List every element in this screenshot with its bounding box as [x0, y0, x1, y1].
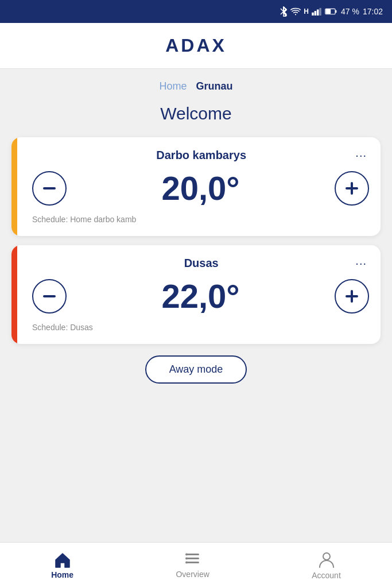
welcome-title: Welcome — [11, 104, 381, 123]
decrease-temp-darbo[interactable] — [32, 171, 67, 206]
svg-rect-7 — [326, 9, 331, 14]
card-accent-darbo — [11, 137, 17, 236]
decrease-temp-dusas[interactable] — [32, 279, 67, 314]
signal-icon — [312, 7, 322, 16]
card-controls-darbo: 20,0° — [32, 169, 369, 207]
nav-label-overview: Overview — [176, 570, 209, 579]
more-options-darbo[interactable]: ··· — [353, 149, 369, 162]
device-name-dusas: Dusas — [49, 257, 353, 270]
battery-icon — [325, 8, 337, 15]
svg-rect-13 — [351, 290, 353, 303]
increase-temp-darbo[interactable] — [335, 171, 369, 206]
nav-label-home: Home — [51, 570, 73, 579]
svg-rect-16 — [187, 562, 199, 563]
schedule-darbo: Schedule: Home darbo kamb — [32, 215, 136, 224]
temperature-darbo: 20,0° — [161, 169, 239, 207]
clock: 17:02 — [363, 7, 383, 16]
breadcrumb-home[interactable]: Home — [159, 80, 187, 92]
svg-point-19 — [185, 561, 188, 563]
increase-temp-dusas[interactable] — [335, 279, 369, 314]
card-controls-dusas: 22,0° — [32, 277, 369, 315]
away-mode-button[interactable]: Away mode — [145, 355, 247, 384]
nav-label-account: Account — [312, 571, 341, 580]
card-header-dusas: Dusas ··· — [32, 257, 369, 270]
network-type: H — [304, 7, 309, 16]
device-card-darbo: Darbo kambarys ··· 20,0° Schedule: Home … — [11, 137, 381, 236]
svg-point-17 — [185, 553, 188, 555]
svg-rect-15 — [187, 558, 199, 559]
app-header: ADAX — [0, 23, 392, 69]
temperature-dusas: 22,0° — [161, 277, 239, 315]
bluetooth-icon — [280, 6, 288, 17]
nav-item-home[interactable]: Home — [40, 547, 85, 584]
overview-icon — [184, 552, 201, 567]
battery-percent: 47 % — [341, 7, 359, 16]
wifi-icon — [290, 7, 301, 16]
svg-point-18 — [185, 557, 188, 559]
svg-rect-10 — [351, 182, 353, 195]
svg-rect-1 — [312, 13, 314, 16]
device-name-darbo: Darbo kambarys — [49, 149, 353, 162]
svg-point-20 — [323, 553, 330, 560]
svg-rect-6 — [335, 10, 336, 13]
device-card-dusas: Dusas ··· 22,0° Schedule: Dusas — [11, 245, 381, 344]
away-mode-container: Away mode — [11, 355, 381, 384]
svg-rect-2 — [315, 11, 317, 16]
svg-rect-11 — [43, 295, 56, 297]
svg-rect-3 — [317, 10, 319, 16]
more-options-dusas[interactable]: ··· — [353, 257, 369, 270]
bottom-nav: Home Overview Account — [0, 542, 392, 588]
breadcrumb-current[interactable]: Grunau — [196, 80, 233, 92]
svg-rect-8 — [43, 187, 56, 189]
nav-item-overview[interactable]: Overview — [164, 548, 220, 583]
status-icons: H — [280, 6, 337, 17]
status-bar: H 47 % 17:02 — [0, 0, 392, 23]
svg-rect-14 — [187, 554, 199, 555]
home-icon — [54, 552, 71, 568]
nav-item-account[interactable]: Account — [300, 547, 352, 585]
card-header-darbo: Darbo kambarys ··· — [32, 149, 369, 162]
app-logo: ADAX — [165, 35, 227, 56]
account-icon — [319, 551, 335, 568]
svg-point-0 — [295, 14, 296, 15]
card-accent-dusas — [11, 245, 17, 344]
svg-rect-4 — [319, 8, 321, 16]
schedule-dusas: Schedule: Dusas — [32, 323, 93, 332]
breadcrumb: Home Grunau — [11, 80, 381, 92]
main-content: Home Grunau Welcome Darbo kambarys ··· 2… — [0, 69, 392, 542]
